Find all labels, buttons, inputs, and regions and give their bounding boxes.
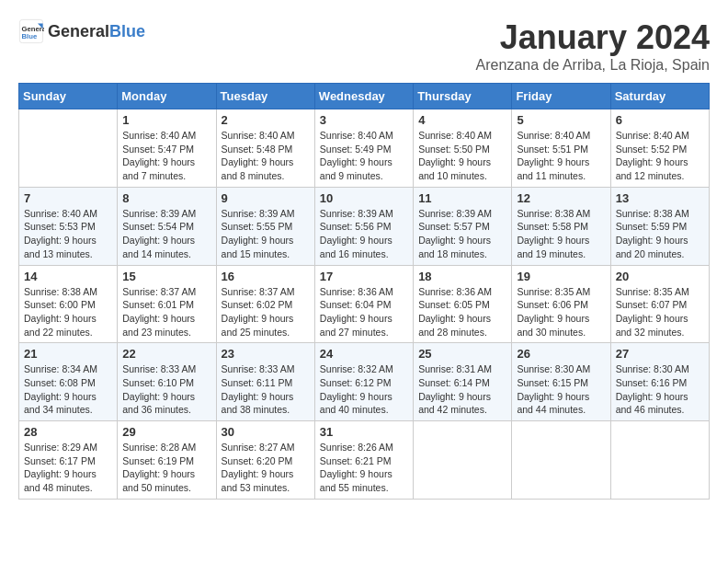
day-number: 27 (616, 347, 704, 361)
day-info: Sunrise: 8:40 AM Sunset: 5:52 PM Dayligh… (616, 129, 704, 183)
calendar-title: January 2024 (476, 18, 710, 57)
day-info: Sunrise: 8:27 AM Sunset: 6:20 PM Dayligh… (222, 441, 310, 495)
day-info: Sunrise: 8:35 AM Sunset: 6:06 PM Dayligh… (517, 285, 605, 339)
day-number: 28 (24, 425, 112, 439)
day-number: 16 (222, 270, 310, 283)
calendar-header-row: SundayMondayTuesdayWednesdayThursdayFrid… (19, 84, 710, 109)
day-info: Sunrise: 8:40 AM Sunset: 5:48 PM Dayligh… (222, 129, 310, 183)
calendar-cell: 16Sunrise: 8:37 AM Sunset: 6:02 PM Dayli… (216, 265, 314, 343)
day-number: 1 (122, 113, 210, 127)
day-info: Sunrise: 8:40 AM Sunset: 5:50 PM Dayligh… (418, 129, 506, 183)
column-header-friday: Friday (512, 84, 610, 109)
day-number: 20 (616, 270, 704, 283)
logo-general: General (48, 22, 109, 41)
week-row-3: 14Sunrise: 8:38 AM Sunset: 6:00 PM Dayli… (19, 265, 710, 343)
day-number: 7 (24, 191, 112, 205)
column-header-sunday: Sunday (19, 84, 118, 109)
day-info: Sunrise: 8:26 AM Sunset: 6:21 PM Dayligh… (320, 441, 408, 495)
calendar-cell: 15Sunrise: 8:37 AM Sunset: 6:01 PM Dayli… (118, 265, 216, 343)
calendar-cell: 25Sunrise: 8:31 AM Sunset: 6:14 PM Dayli… (414, 343, 512, 421)
week-row-1: 1Sunrise: 8:40 AM Sunset: 5:47 PM Daylig… (19, 109, 710, 188)
day-info: Sunrise: 8:38 AM Sunset: 5:58 PM Dayligh… (517, 207, 605, 261)
week-row-2: 7Sunrise: 8:40 AM Sunset: 5:53 PM Daylig… (19, 187, 710, 265)
day-info: Sunrise: 8:37 AM Sunset: 6:02 PM Dayligh… (222, 285, 310, 339)
day-number: 30 (222, 425, 310, 439)
column-header-thursday: Thursday (414, 84, 512, 109)
day-info: Sunrise: 8:29 AM Sunset: 6:17 PM Dayligh… (24, 441, 112, 495)
day-info: Sunrise: 8:40 AM Sunset: 5:47 PM Dayligh… (122, 129, 210, 183)
day-number: 13 (616, 191, 704, 205)
calendar-cell: 29Sunrise: 8:28 AM Sunset: 6:19 PM Dayli… (118, 421, 216, 500)
calendar-cell: 14Sunrise: 8:38 AM Sunset: 6:00 PM Dayli… (19, 265, 118, 343)
calendar-cell: 13Sunrise: 8:38 AM Sunset: 5:59 PM Dayli… (610, 187, 709, 265)
calendar-cell: 21Sunrise: 8:34 AM Sunset: 6:08 PM Dayli… (19, 343, 118, 421)
day-number: 25 (418, 347, 506, 361)
day-number: 18 (418, 270, 506, 283)
column-header-saturday: Saturday (610, 84, 709, 109)
calendar-cell: 18Sunrise: 8:36 AM Sunset: 6:05 PM Dayli… (414, 265, 512, 343)
day-number: 2 (222, 113, 310, 127)
day-info: Sunrise: 8:30 AM Sunset: 6:16 PM Dayligh… (616, 362, 704, 417)
calendar-cell (414, 421, 512, 500)
calendar-cell: 3Sunrise: 8:40 AM Sunset: 5:49 PM Daylig… (314, 109, 413, 188)
day-number: 5 (517, 113, 605, 127)
day-info: Sunrise: 8:33 AM Sunset: 6:11 PM Dayligh… (222, 362, 310, 417)
logo-icon: General Blue (18, 18, 44, 44)
svg-text:Blue: Blue (22, 32, 38, 40)
calendar-cell: 30Sunrise: 8:27 AM Sunset: 6:20 PM Dayli… (216, 421, 314, 500)
calendar-cell: 27Sunrise: 8:30 AM Sunset: 6:16 PM Dayli… (610, 343, 709, 421)
day-number: 19 (517, 270, 605, 283)
logo-blue: Blue (109, 22, 145, 41)
day-number: 24 (320, 347, 408, 361)
day-number: 3 (320, 113, 408, 127)
day-number: 21 (24, 347, 112, 361)
calendar-cell: 24Sunrise: 8:32 AM Sunset: 6:12 PM Dayli… (314, 343, 413, 421)
day-number: 8 (122, 191, 210, 205)
calendar-cell: 10Sunrise: 8:39 AM Sunset: 5:56 PM Dayli… (314, 187, 413, 265)
day-number: 17 (320, 270, 408, 283)
day-number: 26 (517, 347, 605, 361)
calendar-cell: 5Sunrise: 8:40 AM Sunset: 5:51 PM Daylig… (512, 109, 610, 188)
day-number: 31 (320, 425, 408, 439)
day-number: 15 (122, 270, 210, 283)
calendar-cell: 20Sunrise: 8:35 AM Sunset: 6:07 PM Dayli… (610, 265, 709, 343)
day-number: 9 (222, 191, 310, 205)
day-info: Sunrise: 8:36 AM Sunset: 6:04 PM Dayligh… (320, 285, 408, 339)
calendar-cell: 2Sunrise: 8:40 AM Sunset: 5:48 PM Daylig… (216, 109, 314, 188)
header: General Blue General Blue January 2024 A… (18, 18, 710, 74)
column-header-wednesday: Wednesday (314, 84, 413, 109)
day-info: Sunrise: 8:39 AM Sunset: 5:54 PM Dayligh… (122, 207, 210, 261)
calendar-cell: 11Sunrise: 8:39 AM Sunset: 5:57 PM Dayli… (414, 187, 512, 265)
calendar-cell: 12Sunrise: 8:38 AM Sunset: 5:58 PM Dayli… (512, 187, 610, 265)
day-info: Sunrise: 8:39 AM Sunset: 5:57 PM Dayligh… (418, 207, 506, 261)
day-info: Sunrise: 8:30 AM Sunset: 6:15 PM Dayligh… (517, 362, 605, 417)
calendar-cell: 1Sunrise: 8:40 AM Sunset: 5:47 PM Daylig… (118, 109, 216, 188)
day-info: Sunrise: 8:31 AM Sunset: 6:14 PM Dayligh… (418, 362, 506, 417)
calendar-cell: 6Sunrise: 8:40 AM Sunset: 5:52 PM Daylig… (610, 109, 709, 188)
column-header-tuesday: Tuesday (216, 84, 314, 109)
day-info: Sunrise: 8:39 AM Sunset: 5:56 PM Dayligh… (320, 207, 408, 261)
calendar-cell: 22Sunrise: 8:33 AM Sunset: 6:10 PM Dayli… (118, 343, 216, 421)
calendar-cell: 19Sunrise: 8:35 AM Sunset: 6:06 PM Dayli… (512, 265, 610, 343)
day-info: Sunrise: 8:36 AM Sunset: 6:05 PM Dayligh… (418, 285, 506, 339)
calendar-cell: 26Sunrise: 8:30 AM Sunset: 6:15 PM Dayli… (512, 343, 610, 421)
calendar-cell (512, 421, 610, 500)
day-info: Sunrise: 8:34 AM Sunset: 6:08 PM Dayligh… (24, 362, 112, 417)
calendar-cell: 8Sunrise: 8:39 AM Sunset: 5:54 PM Daylig… (118, 187, 216, 265)
day-number: 29 (122, 425, 210, 439)
calendar-cell: 7Sunrise: 8:40 AM Sunset: 5:53 PM Daylig… (19, 187, 118, 265)
calendar-subtitle: Arenzana de Arriba, La Rioja, Spain (476, 57, 710, 74)
calendar-cell: 31Sunrise: 8:26 AM Sunset: 6:21 PM Dayli… (314, 421, 413, 500)
day-info: Sunrise: 8:40 AM Sunset: 5:51 PM Dayligh… (517, 129, 605, 183)
day-number: 11 (418, 191, 506, 205)
day-info: Sunrise: 8:32 AM Sunset: 6:12 PM Dayligh… (320, 362, 408, 417)
calendar-cell: 4Sunrise: 8:40 AM Sunset: 5:50 PM Daylig… (414, 109, 512, 188)
calendar-cell: 28Sunrise: 8:29 AM Sunset: 6:17 PM Dayli… (19, 421, 118, 500)
day-info: Sunrise: 8:40 AM Sunset: 5:53 PM Dayligh… (24, 207, 112, 261)
day-number: 14 (24, 270, 112, 283)
day-number: 6 (616, 113, 704, 127)
day-number: 22 (122, 347, 210, 361)
calendar-cell (610, 421, 709, 500)
logo: General Blue General Blue (18, 18, 145, 44)
day-number: 10 (320, 191, 408, 205)
